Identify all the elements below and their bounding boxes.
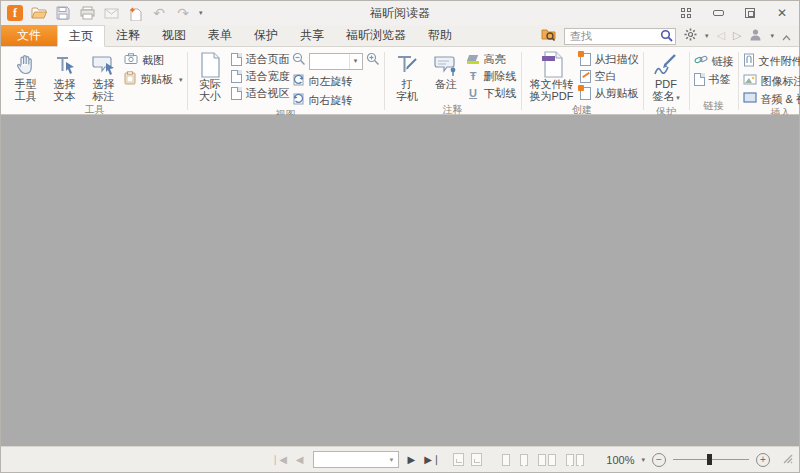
from-scanner-button[interactable]: 从扫描仪: [580, 53, 639, 66]
from-clipboard-icon: [580, 87, 591, 100]
titlebar: f: [1, 1, 799, 25]
undo-icon[interactable]: ↶: [151, 5, 167, 21]
hand-tool-label: 手型 工具: [15, 78, 37, 102]
save-icon[interactable]: [55, 5, 71, 21]
tab-home[interactable]: 主页: [57, 25, 105, 47]
foxit-logo-icon[interactable]: f: [7, 5, 23, 21]
zoom-out-icon[interactable]: [292, 52, 306, 70]
blank-document-button[interactable]: 空白: [580, 70, 639, 83]
single-page-icon[interactable]: [502, 454, 510, 466]
email-icon[interactable]: [103, 5, 119, 21]
close-button[interactable]: ✕: [775, 6, 789, 20]
next-page-icon[interactable]: ▶: [408, 455, 416, 465]
gear-caret-icon[interactable]: ▾: [705, 32, 709, 40]
ribbon-group-create: 将文件转 换为PDF 从扫描仪 空白 从剪贴板: [522, 48, 643, 114]
camera-icon: [124, 53, 138, 67]
tab-comment[interactable]: 注释: [105, 25, 151, 46]
fit-visible-button[interactable]: 适合视区: [231, 87, 290, 100]
facing-pages-icon[interactable]: [538, 454, 556, 466]
tab-file[interactable]: 文件: [1, 25, 57, 46]
search-magnifier-icon[interactable]: [660, 28, 673, 46]
fit-page-button[interactable]: 适合页面: [231, 53, 290, 66]
strikeout-button[interactable]: Ŧ 删除线: [467, 70, 517, 83]
maximize-button[interactable]: [743, 6, 757, 20]
zoom-slider[interactable]: [673, 453, 749, 466]
tab-view[interactable]: 视图: [151, 25, 197, 46]
new-document-icon[interactable]: [127, 5, 143, 21]
print-icon[interactable]: [79, 5, 95, 21]
rotate-left-button[interactable]: 向左旋转: [292, 73, 380, 89]
tab-share[interactable]: 共享: [289, 25, 335, 46]
find-options-gear-icon[interactable]: [684, 27, 697, 45]
clipboard-button[interactable]: 剪贴板 ▾: [124, 71, 183, 88]
view-history: [453, 453, 482, 466]
tab-form[interactable]: 表单: [197, 25, 243, 46]
folder-search-icon[interactable]: [541, 27, 556, 45]
fit-visible-icon: [231, 87, 242, 100]
page-layout-modes: [502, 454, 584, 466]
zoom-out-circle-icon[interactable]: −: [652, 453, 666, 467]
open-file-icon[interactable]: [31, 5, 47, 21]
zoom-level-combo[interactable]: ▾: [309, 53, 363, 70]
hand-tool-button[interactable]: 手型 工具: [7, 50, 44, 103]
minimize-button[interactable]: [711, 6, 725, 20]
image-annotation-button[interactable]: 图像标注: [743, 74, 800, 88]
previous-view-icon[interactable]: [453, 453, 464, 466]
continuous-facing-icon[interactable]: [566, 454, 584, 466]
last-page-icon[interactable]: ▶❘: [424, 455, 440, 465]
select-text-button[interactable]: 选择 文本: [46, 50, 83, 103]
resize-grip-icon[interactable]: [782, 453, 793, 466]
zoom-percentage-caret-icon[interactable]: ▾: [641, 456, 645, 464]
fit-width-button[interactable]: 适合宽度: [231, 70, 290, 83]
highlight-icon: [467, 55, 480, 65]
zoom-in-icon[interactable]: [366, 52, 380, 70]
ribbon-home: 手型 工具 选择 文本: [1, 47, 799, 115]
tab-foxit-browser[interactable]: 福昕浏览器: [335, 25, 417, 46]
find-area: ▾ ◁ ▷ ▾: [541, 25, 799, 46]
typewriter-button[interactable]: 打 字机: [389, 50, 426, 103]
audio-video-button[interactable]: 音频 & 视频: [743, 92, 800, 106]
clipboard-caret-icon: ▾: [179, 73, 183, 86]
collapse-ribbon-icon[interactable]: [782, 27, 791, 45]
tab-protect[interactable]: 保护: [243, 25, 289, 46]
next-view-icon[interactable]: [471, 453, 482, 466]
redo-icon[interactable]: ↷: [175, 5, 191, 21]
ribbon-group-link: 链接 书签 链接: [690, 48, 738, 114]
page-combo-caret-icon[interactable]: ▼: [389, 457, 398, 463]
blank-document-icon: [580, 70, 591, 83]
tab-help[interactable]: 帮助: [417, 25, 463, 46]
select-annotation-button[interactable]: 选择 标注: [85, 50, 122, 103]
note-button[interactable]: 备注: [428, 50, 465, 91]
customize-toolbar-caret-icon[interactable]: ▾: [199, 9, 203, 17]
convert-to-pdf-button[interactable]: 将文件转 换为PDF: [526, 50, 578, 103]
bookmark-label: 书签: [709, 73, 731, 86]
rotate-right-button[interactable]: 向右旋转: [292, 92, 380, 108]
history-forward-icon[interactable]: ▷: [733, 29, 741, 42]
snapshot-button[interactable]: 截图: [124, 53, 183, 67]
page-number-combo[interactable]: ▼: [313, 451, 399, 468]
zoom-combo-caret-icon[interactable]: ▾: [349, 54, 362, 69]
zoom-percentage[interactable]: 100%: [606, 454, 634, 466]
from-clipboard-button[interactable]: 从剪贴板: [580, 87, 639, 100]
underline-button[interactable]: U 下划线: [467, 87, 517, 100]
zoom-in-circle-icon[interactable]: +: [756, 453, 770, 467]
highlight-button[interactable]: 高亮: [467, 53, 517, 66]
pdf-sign-button[interactable]: PDF 签名▾: [648, 50, 685, 105]
previous-page-icon[interactable]: ◀: [296, 455, 304, 465]
file-attachment-button[interactable]: 文件附件: [743, 53, 800, 70]
continuous-page-icon[interactable]: [520, 454, 528, 466]
ribbon-tab-bar: 文件 主页 注释 视图 表单 保护 共享 福昕浏览器 帮助: [1, 25, 799, 47]
blank-document-label: 空白: [595, 70, 617, 83]
zoom-slider-handle[interactable]: [707, 454, 712, 465]
user-account-icon[interactable]: [749, 27, 762, 45]
history-back-icon[interactable]: ◁: [717, 29, 725, 42]
ribbon-group-comment: 打 字机 备注: [385, 48, 521, 114]
group-label-link: 链接: [691, 99, 737, 114]
user-caret-icon[interactable]: ▾: [770, 32, 774, 40]
first-page-icon[interactable]: ❘◀: [271, 455, 287, 465]
bookmark-button[interactable]: 书签: [694, 73, 734, 86]
from-scanner-label: 从扫描仪: [595, 53, 639, 66]
actual-size-button[interactable]: 实际 大小: [192, 50, 229, 103]
link-button[interactable]: 链接: [694, 53, 734, 69]
layout-grid-icon[interactable]: [679, 6, 693, 20]
